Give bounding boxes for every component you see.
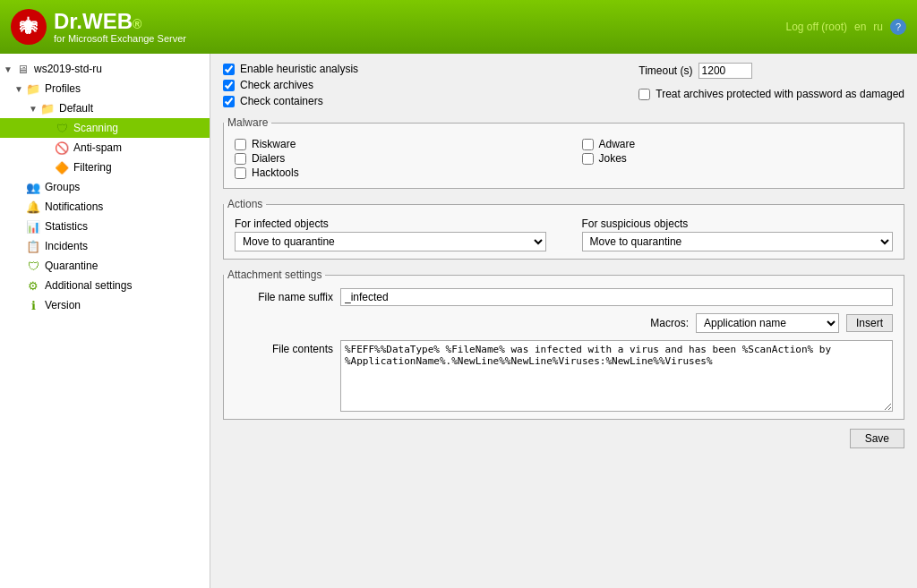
logo-text: Dr.WEB®: [54, 10, 186, 33]
help-icon[interactable]: ?: [890, 19, 906, 35]
suspicious-select[interactable]: Move to quarantine Delete Skip: [582, 232, 894, 251]
adware-checkbox[interactable]: [582, 139, 594, 150]
sidebar-item-scanning[interactable]: 🛡 Scanning: [0, 118, 210, 138]
version-icon: ℹ: [25, 297, 41, 313]
logo-area: 🕷 Dr.WEB® for Microsoft Exchange Server: [11, 9, 186, 45]
notifications-icon: 🔔: [25, 199, 41, 215]
adware-label[interactable]: Adware: [599, 138, 636, 150]
sidebar-item-default[interactable]: ▼ 📁 Default: [0, 98, 210, 118]
groups-label: Groups: [45, 181, 80, 193]
quarantine-label: Quarantine: [45, 260, 98, 272]
top-options: Enable heuristic analysis Check archives…: [223, 63, 904, 107]
actions-grid: For infected objects Move to quarantine …: [235, 217, 893, 251]
file-name-suffix-input[interactable]: [340, 288, 893, 306]
macros-select[interactable]: Application name File name Scan action D…: [696, 313, 839, 333]
treat-archives-option: Treat archives protected with password a…: [638, 88, 904, 100]
hacktools-label[interactable]: Hacktools: [252, 166, 299, 179]
antispam-label: Anti-spam: [73, 141, 122, 154]
quarantine-icon: 🛡: [25, 258, 41, 274]
sidebar-item-version[interactable]: ℹ Version: [0, 295, 210, 315]
hacktools-option: Hacktools: [235, 166, 546, 179]
timeout-input[interactable]: [698, 63, 752, 79]
default-label: Default: [59, 102, 93, 115]
jokes-option: Jokes: [582, 152, 894, 165]
sidebar-item-root[interactable]: ▼ 🖥 ws2019-std-ru: [0, 59, 210, 79]
sidebar-item-statistics[interactable]: 📊 Statistics: [0, 217, 210, 236]
statistics-label: Statistics: [45, 220, 88, 233]
sidebar-item-groups[interactable]: 👥 Groups: [0, 177, 210, 197]
adware-option: Adware: [582, 138, 894, 150]
containers-checkbox[interactable]: [223, 96, 235, 107]
sidebar: ▼ 🖥 ws2019-std-ru ▼ 📁 Profiles ▼ 📁 Defau…: [0, 54, 210, 588]
jokes-checkbox[interactable]: [582, 153, 594, 165]
infected-select[interactable]: Move to quarantine Delete Cure Skip: [235, 232, 546, 251]
sidebar-item-notifications[interactable]: 🔔 Notifications: [0, 197, 210, 217]
incidents-icon: 📋: [25, 238, 41, 254]
additional-label: Additional settings: [45, 279, 132, 292]
groups-icon: 👥: [25, 179, 41, 195]
sidebar-item-profiles[interactable]: ▼ 📁 Profiles: [0, 79, 210, 98]
attachment-section: Attachment settings File name suffix Mac…: [223, 268, 904, 420]
archives-label[interactable]: Check archives: [240, 79, 313, 91]
lang-ru[interactable]: ru: [873, 21, 883, 33]
default-folder-icon: 📁: [39, 100, 56, 116]
save-button[interactable]: Save: [850, 429, 904, 448]
malware-left: Riskware Dialers Hacktools: [235, 136, 546, 181]
attachment-legend: Attachment settings: [224, 268, 325, 281]
dialers-label[interactable]: Dialers: [252, 152, 285, 165]
containers-label[interactable]: Check containers: [240, 95, 323, 107]
malware-right: Adware Jokes: [582, 136, 894, 181]
file-name-suffix-row: File name suffix: [235, 288, 893, 306]
heuristic-option: Enable heuristic analysis: [223, 63, 358, 75]
riskware-option: Riskware: [235, 138, 546, 150]
logo-sub: for Microsoft Exchange Server: [54, 33, 186, 44]
incidents-label: Incidents: [45, 240, 88, 252]
header: 🕷 Dr.WEB® for Microsoft Exchange Server …: [0, 0, 917, 54]
jokes-label[interactable]: Jokes: [599, 152, 627, 165]
insert-button[interactable]: Insert: [846, 314, 893, 332]
riskware-label[interactable]: Riskware: [252, 138, 296, 150]
root-label: ws2019-std-ru: [34, 63, 102, 75]
archives-checkbox[interactable]: [223, 80, 235, 91]
macros-row: Macros: Application name File name Scan …: [235, 313, 893, 333]
file-name-suffix-label: File name suffix: [235, 291, 333, 303]
default-arrow: ▼: [29, 104, 39, 114]
version-label: Version: [45, 299, 81, 311]
sidebar-item-quarantine[interactable]: 🛡 Quarantine: [0, 256, 210, 276]
sidebar-item-filtering[interactable]: 🔶 Filtering: [0, 158, 210, 177]
malware-section: Malware Riskware Dialers: [223, 116, 904, 189]
file-contents-textarea[interactable]: [340, 340, 893, 412]
profiles-label: Profiles: [45, 82, 81, 95]
treat-archives-label[interactable]: Treat archives protected with password a…: [656, 88, 904, 100]
heuristic-checkbox[interactable]: [223, 64, 235, 75]
filtering-icon: 🔶: [54, 159, 70, 175]
sidebar-item-additional-settings[interactable]: ⚙ Additional settings: [0, 276, 210, 295]
infected-label: For infected objects: [235, 217, 546, 230]
notifications-label: Notifications: [45, 200, 103, 213]
sidebar-item-antispam[interactable]: 🚫 Anti-spam: [0, 138, 210, 158]
header-right: Log off (root) en ru ?: [785, 19, 906, 35]
dialers-checkbox[interactable]: [235, 153, 246, 165]
hacktools-checkbox[interactable]: [235, 167, 246, 179]
containers-option: Check containers: [223, 95, 358, 107]
suspicious-action: For suspicious objects Move to quarantin…: [582, 217, 894, 251]
scanning-icon: 🛡: [54, 120, 70, 136]
additional-icon: ⚙: [25, 277, 41, 294]
right-options: Timeout (s) Treat archives protected wit…: [638, 63, 904, 107]
sidebar-item-incidents[interactable]: 📋 Incidents: [0, 236, 210, 256]
root-arrow: ▼: [4, 64, 14, 74]
antispam-icon: 🚫: [54, 140, 70, 156]
lang-en[interactable]: en: [854, 21, 866, 33]
logout-link[interactable]: Log off (root): [785, 21, 846, 33]
computer-icon: 🖥: [14, 61, 30, 77]
timeout-label: Timeout (s): [638, 64, 692, 77]
statistics-icon: 📊: [25, 218, 41, 234]
riskware-checkbox[interactable]: [235, 139, 246, 150]
left-checkboxes: Enable heuristic analysis Check archives…: [223, 63, 358, 107]
profiles-arrow: ▼: [14, 84, 25, 94]
file-contents-label: File contents: [235, 340, 333, 355]
treat-archives-checkbox[interactable]: [638, 89, 650, 100]
heuristic-label[interactable]: Enable heuristic analysis: [240, 63, 358, 75]
malware-content: Riskware Dialers Hacktools: [224, 129, 904, 188]
malware-grid: Riskware Dialers Hacktools: [235, 136, 893, 181]
